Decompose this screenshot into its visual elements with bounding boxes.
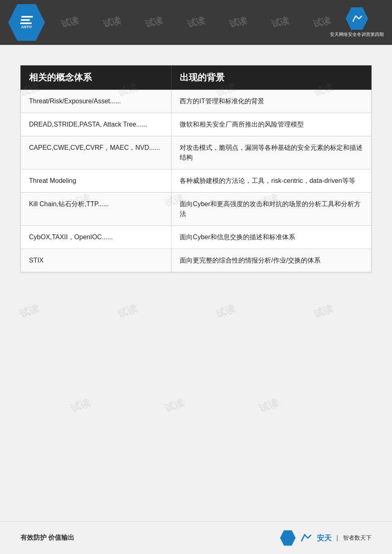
- table-cell-concept: Threat Modeling: [21, 169, 172, 193]
- header-wm-6: 试读: [270, 14, 290, 31]
- header-wm-3: 试读: [144, 14, 164, 31]
- svg-point-0: [304, 534, 305, 536]
- table-cell-concept: Threat/Risk/Exposure/Asset......: [21, 90, 172, 113]
- page-watermark-7: 试读: [18, 302, 41, 320]
- table-cell-background: 各种威胁建模的方法论，工具，risk-centric，data-driven等等: [172, 169, 372, 193]
- logo-text: ANTIY: [21, 25, 32, 29]
- footer-slogan: 有效防护 价值输出: [20, 534, 74, 542]
- header-wm-5: 试读: [228, 14, 248, 31]
- table-cell-concept: CybOX,TAXII，OpenIOC......: [21, 226, 172, 249]
- footer-brand-icon: [299, 531, 314, 545]
- table-row: STIX面向更完整的综合性的情报分析/作业/交换的体系: [21, 249, 372, 272]
- page-watermark-9: 试读: [214, 302, 237, 320]
- table-header-row: 相关的概念体系 出现的背景: [21, 66, 372, 90]
- table-row: DREAD,STRIDE,PASTA, Attack Tree......微软和…: [21, 113, 372, 136]
- header-brand: 安天网络安全冬训营第四期: [330, 7, 384, 38]
- logo-lines: [20, 16, 33, 24]
- table-row: CybOX,TAXII，OpenIOC......面向Cyber和信息交换的描述…: [21, 226, 372, 249]
- table-row: Threat Modeling各种威胁建模的方法论，工具，risk-centri…: [21, 169, 372, 193]
- table-row: Threat/Risk/Exposure/Asset......西方的IT管理和…: [21, 90, 372, 113]
- page-watermark-11: 试读: [69, 396, 92, 415]
- table-row: CAPEC,CWE,CVE,CVRF，MAEC，NVD......对攻击模式，脆…: [21, 136, 372, 169]
- footer-brand: 安天 | 智者数天下: [280, 530, 372, 546]
- concept-table: 相关的概念体系 出现的背景 Threat/Risk/Exposure/Asset…: [20, 65, 372, 272]
- header: ANTIY 试读 试读 试读 试读 试读 试读 试读 安天网络安全冬训营第四期: [0, 0, 392, 45]
- page-watermark-12: 试读: [163, 396, 186, 415]
- col1-header: 相关的概念体系: [21, 66, 172, 90]
- table-cell-concept: STIX: [21, 249, 172, 272]
- table-cell-background: 面向Cyber和信息交换的描述和标准体系: [172, 226, 372, 249]
- table-cell-concept: Kill Chain,钻石分析,TTP......: [21, 193, 172, 226]
- table-cell-concept: CAPEC,CWE,CVE,CVRF，MAEC，NVD......: [21, 136, 172, 169]
- page-watermark-8: 试读: [116, 302, 139, 320]
- logo: ANTIY: [8, 4, 45, 41]
- header-wm-7: 试读: [312, 14, 332, 31]
- table-cell-background: 微软和相关安全厂商所推出的风险管理模型: [172, 113, 372, 136]
- table-cell-background: 对攻击模式，脆弱点，漏洞等各种基础的安全元素的标定和描述结构: [172, 136, 372, 169]
- table-cell-background: 面向更完整的综合性的情报分析/作业/交换的体系: [172, 249, 372, 272]
- table-body: Threat/Risk/Exposure/Asset......西方的IT管理和…: [21, 90, 372, 272]
- footer-divider: |: [336, 534, 338, 542]
- logo-line-2: [21, 19, 30, 21]
- logo-line-3: [20, 22, 32, 24]
- footer-brand-name: 安天: [317, 533, 332, 543]
- header-wm-1: 试读: [60, 14, 80, 31]
- page-watermark-10: 试读: [312, 302, 335, 320]
- col2-header: 出现的背景: [172, 66, 372, 90]
- header-wm-4: 试读: [186, 14, 206, 31]
- main-content: 相关的概念体系 出现的背景 Threat/Risk/Exposure/Asset…: [0, 45, 392, 285]
- header-wm-2: 试读: [102, 14, 122, 31]
- logo-line-1: [21, 16, 33, 18]
- footer: 有效防护 价值输出 安天 | 智者数天下: [0, 521, 392, 554]
- footer-brand-slogan: 智者数天下: [343, 534, 372, 542]
- brand-label: 安天网络安全冬训营第四期: [330, 31, 384, 38]
- table-row: Kill Chain,钻石分析,TTP......面向Cyber和更高强度的攻击…: [21, 193, 372, 226]
- brand-hexagon: [346, 7, 368, 30]
- table-cell-concept: DREAD,STRIDE,PASTA, Attack Tree......: [21, 113, 172, 136]
- brand-logo-icon: [351, 13, 363, 25]
- table-cell-background: 面向Cyber和更高强度的攻击和对抗的场景的分析工具和分析方法: [172, 193, 372, 226]
- page-watermark-13: 试读: [257, 396, 280, 415]
- footer-brand-hexagon: [280, 530, 296, 546]
- table-cell-background: 西方的IT管理和标准化的背景: [172, 90, 372, 113]
